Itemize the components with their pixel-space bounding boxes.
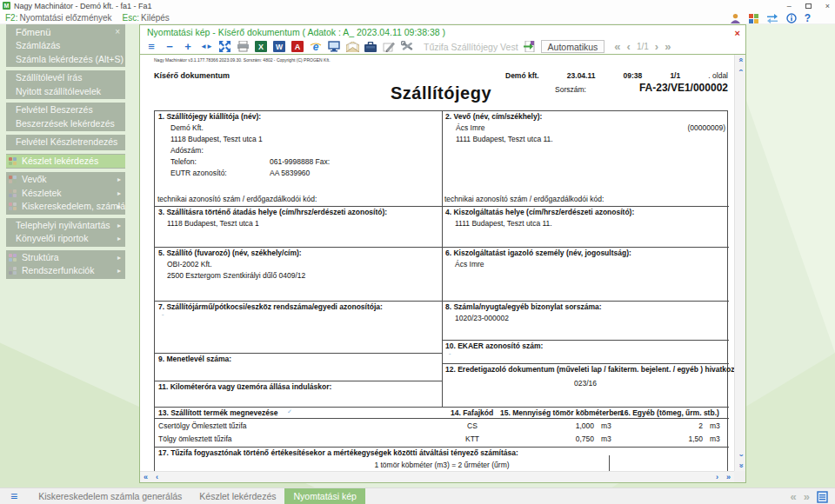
sidebar-item-telephelyi-nyilvantartas[interactable]: Telephelyi nyilvántartás ▸	[6, 219, 125, 233]
browser-icon[interactable]: e	[309, 40, 323, 53]
doc-date: 23.04.11	[567, 71, 596, 80]
zoom-in-icon[interactable]: +	[181, 40, 195, 53]
row1-other-unit: m3	[710, 421, 720, 430]
help-icon[interactable]: ?	[805, 12, 811, 24]
next-page-icon[interactable]: ›	[655, 40, 658, 53]
report-mode-icon[interactable]	[523, 40, 537, 53]
sidebar-item-konyveloi-riportok[interactable]: Könyvelői riportok ▸	[6, 232, 125, 246]
last-page-icon[interactable]: »	[665, 40, 671, 53]
row2-other: 1,50	[633, 434, 703, 443]
previous-page-icon[interactable]: ‹	[627, 40, 631, 53]
submenu-arrow-icon: ▸	[117, 232, 121, 246]
s9-title: 9. Menetlevél száma:	[158, 355, 231, 363]
s1-tax-label: Adószám:	[170, 146, 204, 155]
s1-eutr-label: EUTR azonosító:	[170, 169, 227, 177]
sidebar-item-kiskereskedelem[interactable]: Kiskereskedelem, számlázás ▸	[6, 200, 125, 214]
minimize-button[interactable]: –	[787, 2, 792, 10]
sidebar-item-struktura[interactable]: Struktúra ▸	[6, 251, 125, 265]
submenu-arrow-icon: ▸	[117, 251, 121, 265]
page-indicator: 1/1	[637, 42, 649, 51]
taskbar-tab-keszlet-lekerdezes[interactable]: Készlet lekérdezés	[190, 488, 284, 504]
structure-icon	[9, 254, 17, 262]
submenu-arrow-icon: ▸	[117, 173, 121, 187]
menu-f2-key[interactable]: F2:	[5, 13, 17, 23]
menu-exit[interactable]: Kilépés	[141, 13, 170, 23]
table-header-other: 16. Egyéb (tömeg, űrm. stb.)	[620, 408, 719, 417]
print-icon[interactable]	[236, 40, 250, 53]
taskbar-next-icon[interactable]: »	[804, 490, 810, 503]
main-menu-close-icon[interactable]: ×	[115, 25, 120, 39]
maximize-button[interactable]	[805, 3, 812, 9]
taskbar-tab-kiskereskedelem[interactable]: Kiskereskedelem számla generálás	[30, 488, 190, 504]
document-page: Nagy Machinátor v3.1.177.78366 2023.09.3…	[140, 55, 734, 471]
doc-page-suffix: . oldal	[708, 71, 728, 80]
sidebar-item-szamla-lekerdezes[interactable]: Számla lekérdezés (Alt+S)	[6, 53, 125, 67]
export-word-icon[interactable]: W	[272, 40, 286, 53]
s12-value: 023/16	[442, 379, 729, 388]
s2-address: 1111 Budapest, Teszt utca 11.	[456, 135, 553, 143]
sidebar-item-nyitott-szallitolevelek[interactable]: Nyitott szállítólevelek	[6, 85, 125, 99]
sidebar-item-keszletek[interactable]: Készletek ▸	[6, 187, 125, 201]
scroll-right-icon[interactable]: ›	[711, 472, 723, 482]
menu-icon[interactable]: ≡	[144, 40, 158, 53]
email-icon[interactable]	[345, 40, 359, 53]
s12-title: 12. Eredetigazoló dokumentum (műveleti l…	[445, 365, 734, 374]
sidebar-item-beszerzesek-lekerdezes[interactable]: Beszerzések lekérdezés	[6, 117, 125, 131]
first-page-icon[interactable]: «	[614, 40, 620, 53]
menu-esc-key[interactable]: Esc:	[123, 13, 139, 23]
row1-other: 2	[633, 421, 703, 430]
modules-icon[interactable]	[749, 14, 758, 23]
info-icon[interactable]	[786, 13, 797, 23]
vertical-scrollbar[interactable]: « ‹ ‹ «	[734, 55, 745, 471]
user-icon[interactable]	[730, 13, 741, 23]
customers-icon	[9, 176, 17, 184]
sidebar-item-vevok[interactable]: Vevők ▸	[6, 173, 125, 187]
taskbar-menu-icon[interactable]: ≡	[10, 489, 17, 503]
zoom-out-icon[interactable]: −	[163, 40, 177, 53]
taskbar-prev-icon[interactable]: «	[791, 490, 797, 503]
sidebar-item-felvetel-beszerzes[interactable]: Felvétel Beszerzés	[6, 103, 125, 117]
taskbar: ≡ Kiskereskedelem számla generálás Készl…	[0, 487, 835, 504]
s7-cursor-mark: ˝	[162, 314, 164, 319]
sidebar-item-szallitolevel-iras[interactable]: Szállítólevél írás	[6, 71, 125, 85]
sidebar-item-rendszerfunkciok[interactable]: Rendszerfunkciók ▸	[6, 264, 125, 278]
sidebar-item-felvetel-keszletrendezes[interactable]: Felvétel Készletrendezés	[6, 136, 125, 149]
preview-close-icon[interactable]: ×	[735, 26, 740, 40]
preview-titlebar: Nyomtatási kép - Kísérő dokumentum ( Ada…	[140, 25, 745, 39]
sidebar-item-label: Vevők	[22, 174, 47, 184]
fit-width-icon[interactable]: ◄►	[199, 40, 213, 53]
export-pdf-icon[interactable]: A	[291, 40, 304, 53]
sync-arrows-icon[interactable]	[766, 14, 778, 23]
s2-code: (00000009)	[642, 123, 725, 132]
print-preview-window: Nyomtatási kép - Kísérő dokumentum ( Ada…	[139, 24, 746, 483]
scroll-end-icon[interactable]: »	[723, 472, 734, 482]
scroll-up-icon[interactable]: ‹	[736, 65, 746, 76]
archive-icon[interactable]	[364, 40, 377, 53]
taskbar-list-icon[interactable]	[817, 491, 828, 503]
s5-title: 5. Szállító (fuvarozó) (név, székhely/cí…	[158, 249, 302, 257]
automatic-mode-button[interactable]: Automatikus	[541, 40, 605, 53]
s8-title: 8. Számla/nyugta/egyéb bizonylat sorszám…	[445, 302, 602, 311]
close-button[interactable]: ×	[825, 2, 830, 10]
fit-page-icon[interactable]	[217, 40, 231, 53]
s1-phone-label: Telefon:	[170, 157, 197, 166]
horizontal-scrollbar[interactable]: « ‹ › »	[140, 471, 734, 482]
submenu-arrow-icon: ▸	[117, 200, 121, 214]
doc-meta-line: Nagy Machinátor v3.1.177.78366 2023.09.3…	[154, 57, 331, 63]
scroll-home-icon[interactable]: «	[140, 472, 151, 482]
s5-line1: OBI-2002 Kft.	[167, 260, 212, 269]
taskbar-tab-nyomtatasi-kep[interactable]: Nyomtatási kép	[284, 488, 364, 504]
sidebar-item-szamlazas[interactable]: Számlázás	[6, 39, 125, 53]
main-menu-title-text: Főmenü	[16, 27, 50, 37]
scroll-bottom-icon[interactable]: «	[736, 461, 746, 472]
s4-title: 4. Kiszolgáltatás helye (cím/hrsz/erdész…	[445, 208, 634, 216]
scroll-left-icon[interactable]: ‹	[151, 472, 163, 482]
stocks-icon	[9, 189, 17, 198]
menu-print-history[interactable]: Nyomtatási előzmények	[19, 13, 111, 23]
export-excel-icon[interactable]: X	[254, 40, 268, 53]
monitor-icon[interactable]	[327, 40, 341, 53]
sidebar-item-keszlet-lekerdezes[interactable]: Készlet lekérdezés	[6, 155, 125, 169]
settings-tools-icon[interactable]	[400, 40, 414, 53]
edit-pen-icon[interactable]	[382, 40, 396, 53]
sidebar-item-label: Könyvelői riportok	[16, 233, 88, 243]
